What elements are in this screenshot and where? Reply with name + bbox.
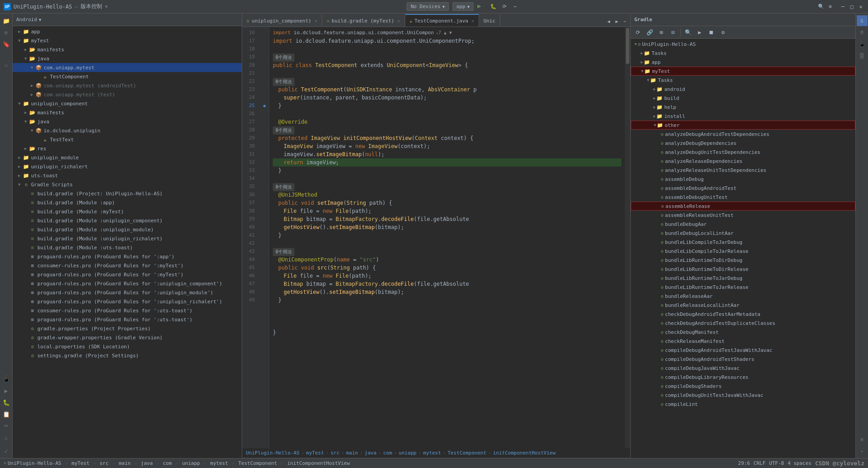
tree-item-testcomponent[interactable]: ▶ ☕ TestComponent: [13, 72, 242, 81]
status-line-col[interactable]: 29:6: [738, 460, 750, 466]
task-bundleReleaseLocalLint[interactable]: ⚙ bundleReleaseLocalLintAar: [631, 301, 855, 310]
git-icon[interactable]: ⑂: [1, 60, 12, 71]
run-button[interactable]: ▶: [477, 2, 486, 11]
sync-button[interactable]: ⟳: [501, 3, 508, 10]
bc-mytest[interactable]: myTest: [306, 450, 324, 456]
logcat-icon[interactable]: 📋: [1, 409, 12, 419]
tab-unic[interactable]: Unic: [479, 14, 501, 27]
minimize-button[interactable]: ─: [839, 3, 846, 10]
tree-item-gradle-scripts[interactable]: ▼ ⚙ Gradle Scripts: [13, 180, 242, 189]
task-assembleDebugUnitTest[interactable]: ⚙ assembleDebugUnitTest: [631, 193, 855, 202]
bc-method[interactable]: initComponentHostView: [493, 450, 556, 456]
device-manager-icon[interactable]: 📱: [1, 374, 12, 384]
tree-item-pkg-androidtest[interactable]: ▶ 📦 com.uniapp.mytest (androidTest): [13, 81, 242, 90]
tree-item-proguard-comp[interactable]: ▶ ≡ proguard-rules.pro (ProGuard Rules f…: [13, 279, 242, 288]
code-content[interactable]: import io.dcloud.feature.uniapp.ui.compo…: [269, 27, 625, 448]
tree-item-proguard-mytest[interactable]: ▶ ≡ proguard-rules.pro (ProGuard Rules f…: [13, 270, 242, 279]
tree-item-consumer-mytest[interactable]: ▶ ≡ consumer-rules.pro (ProGuard Rules f…: [13, 261, 242, 270]
task-compileDebugUnitTest[interactable]: ⚙ compileDebugUnitTestJavaWithJavac: [631, 391, 855, 400]
close-button[interactable]: ✕: [857, 3, 864, 10]
bc-src[interactable]: src: [330, 450, 339, 456]
tree-item-build-mod[interactable]: ▶ ≡ build.gradle (Module :uniplugin_modu…: [13, 225, 242, 234]
tab-build-gradle[interactable]: ≡ build.gradle (myTest) ✕: [322, 14, 405, 27]
run-icon[interactable]: ▶: [1, 385, 12, 396]
gradle-settings-btn[interactable]: ⚙: [718, 27, 728, 38]
vcs-dropdown-icon[interactable]: ▼: [105, 4, 108, 9]
tree-item-pkg-test[interactable]: ▶ 📦 com.uniapp.mytest (test): [13, 90, 242, 99]
gradle-stop-btn[interactable]: ⏹: [706, 27, 717, 38]
task-bundleLibRuntimeJarRelease[interactable]: ⚙ bundleLibRuntimeToJarRelease: [631, 283, 855, 292]
tree-item-build-toast[interactable]: ▶ ≡ build.gradle (Module :uts-toast): [13, 243, 242, 252]
tab-scroll-right[interactable]: ▶: [613, 18, 620, 25]
todo-icon[interactable]: ✓: [1, 446, 12, 456]
bookmarks-icon[interactable]: 🔖: [1, 39, 12, 50]
terminal-icon[interactable]: ⌨: [1, 420, 12, 431]
gradle-right-icon[interactable]: G: [857, 15, 868, 26]
database-icon[interactable]: 🗄: [857, 50, 868, 61]
tree-item-proguard-toast[interactable]: ▶ ≡ proguard-rules.pro (ProGuard Rules f…: [13, 315, 242, 324]
gradle-mytest-tasks[interactable]: ▼ 📁 Tasks: [631, 76, 855, 85]
task-checkDebugManifest[interactable]: ⚙ checkDebugManifest: [631, 328, 855, 337]
tree-item-proguard-mod[interactable]: ▶ ≡ proguard-rules.pro (ProGuard Rules f…: [13, 288, 242, 297]
device-file-icon[interactable]: 📱: [857, 39, 868, 50]
task-bundleDebugAar[interactable]: ⚙ bundleDebugAar: [631, 220, 855, 229]
gradle-mytest[interactable]: ▼ 📁 myTest: [631, 67, 855, 76]
maven-icon[interactable]: M: [857, 27, 868, 38]
task-checkDebugAarMeta[interactable]: ⚙ checkDebugAndroidTestAarMetadata: [631, 310, 855, 319]
task-checkDebugDuplicateClasses[interactable]: ⚙ checkDebugAndroidTestDuplicateClasses: [631, 319, 855, 328]
task-analyzeReleaseDep[interactable]: ⚙ analyzeReleaseDependencies: [631, 157, 855, 166]
tab-testcomponent[interactable]: ☕ TestComponent.java ✕: [405, 14, 479, 27]
tree-item-proguard-app[interactable]: ▶ ≡ proguard-rules.pro (ProGuard Rules f…: [13, 252, 242, 261]
vcs-button[interactable]: 版本控制: [81, 3, 102, 10]
task-assembleDebug[interactable]: ⚙ assembleDebug: [631, 175, 855, 184]
tree-item-uniplugin-comp[interactable]: ▼ 📁 uniplugin_component: [13, 99, 242, 108]
bc-java[interactable]: java: [365, 450, 377, 456]
search-everywhere-button[interactable]: 🔍: [818, 3, 825, 10]
task-compileLint[interactable]: ⚙ compileLint: [631, 400, 855, 409]
android-view-selector[interactable]: Android ▼: [16, 17, 41, 22]
tree-item-build-rich[interactable]: ▶ ≡ build.gradle (Module :uniplugin_rich…: [13, 234, 242, 243]
task-compileDebugJava[interactable]: ⚙ compileDebugJavaWithJavac: [631, 364, 855, 373]
task-assembleRelease[interactable]: ⚙ assembleRelease: [631, 202, 855, 211]
gradle-root[interactable]: ▼ ⚙ UniPlugin-Hello-AS: [631, 40, 855, 49]
gradle-search-btn[interactable]: 🔍: [683, 27, 693, 38]
project-icon[interactable]: 📁: [1, 15, 12, 26]
task-analyzeDebugAndroidTest[interactable]: ⚙ analyzeDebugAndroidTestDependencies: [631, 130, 855, 139]
bc-main[interactable]: main: [346, 450, 358, 456]
gradle-build[interactable]: ▶ 📁 build: [631, 94, 855, 103]
tree-item-uts-toast[interactable]: ▶ 📁 uts-toast: [13, 171, 242, 180]
problems-icon[interactable]: ⚠: [1, 432, 12, 443]
bc-testcomp[interactable]: TestComponent: [448, 450, 486, 456]
tree-item-uniplugin-rich[interactable]: ▶ 📁 uniplugin_richalert: [13, 162, 242, 171]
app-quality-icon[interactable]: ✦: [857, 446, 868, 456]
task-bundleLibRuntimeJarDebug[interactable]: ⚙ bundleLibRuntimeToJarDebug: [631, 274, 855, 283]
tree-item-mytest[interactable]: ▼ 📁 myTest: [13, 36, 242, 45]
tree-item-local-props[interactable]: ▶ ⚙ local.properties (SDK Location): [13, 342, 242, 351]
tree-item-build-mytest[interactable]: ▶ ≡ build.gradle (Module :myTest): [13, 207, 242, 216]
tree-item-app[interactable]: ▶ 📁 app: [13, 27, 242, 36]
app-config-selector[interactable]: app ▼: [452, 2, 474, 11]
settings-button[interactable]: ⚙: [827, 3, 834, 10]
tree-item-pkg-dcloud[interactable]: ▼ 📦 io.dcloud.uniplugin: [13, 126, 242, 135]
tree-item-gradle-wrapper[interactable]: ▶ ⚙ gradle-wrapper.properties (Gradle Ve…: [13, 333, 242, 342]
tree-item-gradle-props[interactable]: ▶ ⚙ gradle.properties (Project Propertie…: [13, 324, 242, 333]
gradle-help[interactable]: ▶ 📁 help: [631, 103, 855, 112]
view-dropdown-icon[interactable]: ▼: [39, 18, 41, 22]
tree-item-proguard-rich[interactable]: ▶ ≡ proguard-rules.pro (ProGuard Rules f…: [13, 297, 242, 306]
bc-uniplugin[interactable]: UniPlugin-Hello-AS: [246, 450, 299, 456]
status-crlf[interactable]: CRLF: [754, 460, 766, 466]
task-bundleLibCompileJarRelease[interactable]: ⚙ bundleLibCompileToJarRelease: [631, 247, 855, 256]
gradle-execute-btn[interactable]: ▶: [694, 27, 705, 38]
tab-close-testcomp[interactable]: ✕: [471, 18, 474, 23]
tab-menu[interactable]: ⋯: [621, 18, 628, 25]
tree-item-res[interactable]: ▶ 📂 res: [13, 144, 242, 153]
tree-item-java1[interactable]: ▼ 📂 java: [13, 54, 242, 63]
gradle-app[interactable]: ▶ 📁 app: [631, 58, 855, 67]
task-assembleDebugAndroidTest[interactable]: ⚙ assembleDebugAndroidTest: [631, 184, 855, 193]
task-assembleReleaseUnitTest[interactable]: ⚙ assembleReleaseUnitTest: [631, 211, 855, 220]
gradle-other[interactable]: ▼ 📁 other: [631, 121, 855, 130]
bc-uniapp[interactable]: uniapp: [398, 450, 416, 456]
gradle-expand-btn[interactable]: ⊞: [656, 27, 667, 38]
task-checkReleaseManifest[interactable]: ⚙ checkReleaseManifest: [631, 337, 855, 346]
tree-item-manifests2[interactable]: ▶ 📂 manifests: [13, 108, 242, 117]
